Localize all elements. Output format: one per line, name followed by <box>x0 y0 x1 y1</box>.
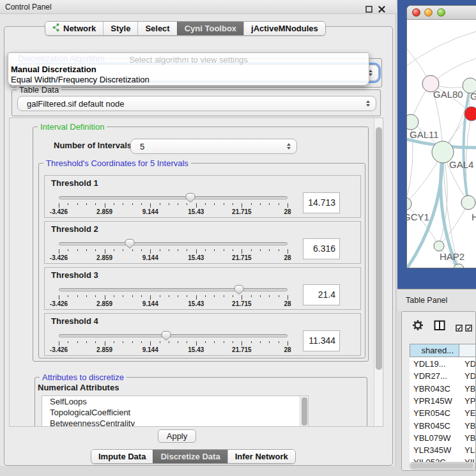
tick-label: 9.144 <box>142 346 158 353</box>
attribute-item[interactable]: TopologicalCoefficient <box>42 407 308 418</box>
tab-select[interactable]: Select <box>137 22 176 35</box>
attribute-item[interactable]: BetweennessCentrality <box>42 418 308 427</box>
tick-label: 21.715 <box>232 300 252 307</box>
tick-label: 21.715 <box>232 254 252 261</box>
settings-gear-icon[interactable] <box>412 319 424 334</box>
tab-discretize-data[interactable]: Discretize Data <box>153 450 227 463</box>
number-of-intervals-combo[interactable]: 5 <box>130 139 297 154</box>
threshold-label: Threshold 4 <box>51 316 98 326</box>
popup-option-manual-discretization[interactable]: Manual Discretization <box>11 65 96 74</box>
table-cell[interactable]: YBL079W <box>413 432 451 444</box>
minimize-traffic-light-icon[interactable] <box>424 8 433 17</box>
slider-track[interactable] <box>59 242 288 245</box>
table-horizontal-scrollbar-thumb[interactable] <box>411 463 473 468</box>
table-cell[interactable]: YBL0 <box>464 432 476 444</box>
popup-option-equal-width-frequency[interactable]: Equal Width/Frequency Discretization <box>11 75 150 84</box>
tick-mark <box>196 203 197 208</box>
tick-label: 2.859 <box>96 254 112 261</box>
tab-network[interactable]: Network <box>45 22 103 35</box>
attributes-scrollbar-thumb[interactable] <box>302 397 307 426</box>
slider-handle[interactable] <box>233 284 245 295</box>
column-header-shared-name[interactable]: shared... <box>410 344 459 357</box>
combo-spinner-icon <box>287 143 291 150</box>
zoom-traffic-light-icon[interactable] <box>437 8 445 17</box>
table-cell[interactable]: YIL0 <box>464 456 476 462</box>
slider-ticks <box>59 203 288 208</box>
column-layout-icon[interactable] <box>434 320 445 334</box>
vertical-scrollbar-thumb[interactable] <box>376 127 382 370</box>
table-cell[interactable]: YDL19... <box>413 358 446 370</box>
tab-cyni-toolbox[interactable]: Cyni Toolbox <box>177 22 243 35</box>
table-cell[interactable]: YBR043C <box>413 383 450 395</box>
slider-track[interactable] <box>59 288 288 291</box>
attributes-scrollbar[interactable] <box>300 396 308 427</box>
tick-label: 28 <box>284 254 291 261</box>
network-node-red[interactable] <box>464 107 476 121</box>
threshold-value-field[interactable]: 6.316 <box>303 238 340 259</box>
attributes-group-label: Attributes to discretize <box>40 372 127 382</box>
tick-mark <box>68 203 68 205</box>
threshold-value-field[interactable]: 11.344 <box>303 330 340 351</box>
slider-handle[interactable] <box>160 330 172 341</box>
table-cell[interactable]: YDR2 <box>464 370 476 382</box>
table-cell[interactable]: YER054C <box>413 407 450 419</box>
table-cell[interactable]: YBR045C <box>413 420 450 432</box>
close-icon[interactable] <box>378 4 385 11</box>
table-cell[interactable]: YBR0 <box>464 420 476 432</box>
attribute-item[interactable]: SelfLoops <box>42 396 308 407</box>
tick-mark <box>288 203 288 208</box>
column-header-name[interactable]: na <box>459 344 476 357</box>
network-node-gcy1[interactable] <box>407 197 411 210</box>
table-cell[interactable]: YDR27... <box>413 370 447 382</box>
tick-mark <box>288 341 288 346</box>
table-cell[interactable]: YLR345W <box>413 444 451 456</box>
table-cell[interactable]: YLR3 <box>464 444 476 456</box>
table-cell[interactable]: YIL052C <box>413 456 446 462</box>
tab-impute-data[interactable]: Impute Data <box>91 450 153 463</box>
network-icon <box>52 23 60 34</box>
tick-mark <box>77 203 78 205</box>
slider-handle[interactable] <box>185 192 196 203</box>
tick-mark <box>86 203 87 205</box>
combo-spinner-icon <box>366 100 370 107</box>
tab-infer-network[interactable]: Infer Network <box>227 450 295 463</box>
tick-label: 21.715 <box>232 346 252 353</box>
close-traffic-light-icon[interactable] <box>412 8 420 17</box>
network-canvas[interactable]: GAL80GCGAL11GAL4GCY1HHAP2 <box>407 20 476 268</box>
slider-ticks <box>59 341 288 346</box>
tick-mark <box>214 341 215 343</box>
threshold-value-field[interactable]: 21.4 <box>303 284 340 305</box>
float-window-icon[interactable] <box>365 4 372 11</box>
slider-track[interactable] <box>59 334 288 337</box>
table-cell[interactable]: YPR145W <box>413 395 452 407</box>
tick-mark <box>150 341 151 346</box>
tick-mark <box>178 249 178 251</box>
checkbox-checked-icon[interactable] <box>465 323 472 334</box>
tick-mark <box>260 249 261 251</box>
slider-track[interactable] <box>59 196 288 199</box>
apply-button[interactable]: Apply <box>158 429 196 443</box>
threshold-value-field[interactable]: 14.713 <box>303 192 340 213</box>
tick-mark <box>279 203 279 205</box>
slider-handle[interactable] <box>124 238 135 249</box>
table-cell[interactable]: YBR0 <box>464 383 476 395</box>
network-view-window: GAL80GCGAL11GAL4GCY1HHAP2 <box>406 5 476 268</box>
table-cell[interactable]: YDL1 <box>464 358 476 370</box>
table-data-combo[interactable]: galFiltered.sif default node <box>17 96 376 111</box>
tab-jactivemnodules[interactable]: jActiveMNodules <box>243 22 325 35</box>
tick-mark <box>95 203 96 205</box>
tick-label: 28 <box>284 300 291 307</box>
slider-tick-labels: -3.4262.8599.14415.4321.71528 <box>59 254 288 262</box>
slider-ticks <box>59 249 288 254</box>
network-node-hap2[interactable] <box>434 241 444 251</box>
checkbox-checked-icon[interactable] <box>456 323 463 334</box>
tick-mark <box>178 295 178 297</box>
table-cell[interactable]: YER0 <box>464 407 476 419</box>
table-horizontal-scrollbar[interactable] <box>410 462 476 470</box>
tick-label: 15.43 <box>188 300 204 307</box>
tab-style[interactable]: Style <box>103 22 137 35</box>
vertical-scrollbar[interactable] <box>374 118 383 426</box>
network-node-gal11[interactable] <box>407 114 418 130</box>
network-node-h[interactable] <box>461 196 475 210</box>
table-cell[interactable]: YPR1 <box>464 395 476 407</box>
